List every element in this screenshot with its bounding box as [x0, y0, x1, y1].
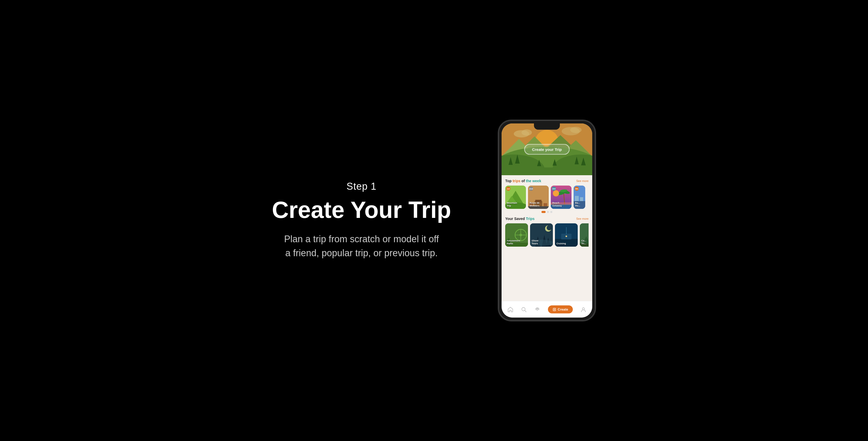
saved-card-label-partial: Ca...Tri...	[581, 239, 586, 245]
svg-rect-41	[580, 197, 583, 201]
card-rank-1: 1st	[506, 186, 510, 191]
scroll-content[interactable]: Top trips of the week See more	[502, 175, 592, 301]
saved-card-partial[interactable]: Ca...Tri...	[580, 223, 589, 247]
svg-rect-13	[502, 167, 592, 175]
dot-3	[550, 211, 552, 213]
card-rank-4: 4th	[575, 186, 579, 191]
saved-card-label-amusement: AmusementParks	[507, 239, 520, 245]
nav-search-icon[interactable]	[521, 307, 527, 312]
dot-1	[541, 211, 546, 213]
top-trips-cards-row[interactable]: 1st MountainTrip	[505, 185, 589, 209]
card-rank-3: 3rd	[552, 186, 556, 191]
saved-card-label-cruising: Cruising	[556, 242, 566, 245]
nav-home-icon[interactable]	[507, 307, 513, 312]
svg-point-61	[565, 236, 567, 237]
saved-card-amusement[interactable]: AmusementParks	[505, 223, 528, 247]
top-trips-see-more[interactable]: See more	[576, 179, 589, 182]
create-trip-button[interactable]: Create your Trip	[524, 144, 569, 155]
svg-point-71	[582, 308, 584, 310]
svg-point-67	[536, 309, 538, 310]
svg-point-3	[522, 129, 532, 136]
svg-point-36	[553, 190, 559, 197]
dot-2	[547, 211, 549, 213]
saved-trips-cards-row[interactable]: AmusementParks	[505, 223, 589, 247]
nav-radio-icon[interactable]	[534, 307, 540, 312]
saved-trips-header: Your Saved Trips See more	[505, 216, 589, 221]
trip-card-beach[interactable]: 3rd BeachGetaway	[551, 185, 571, 209]
left-text-section: Step 1 Create Your Trip Plan a trip from…	[272, 181, 451, 260]
nav-profile-icon[interactable]	[581, 307, 586, 312]
card-label-partial: Ba...Ho...	[575, 202, 580, 207]
trip-card-route66[interactable]: 2nd Route 66Wonders	[528, 185, 549, 209]
saved-card-cruising[interactable]: Cruising	[555, 223, 578, 247]
step-label: Step 1	[272, 181, 451, 192]
trip-card-partial[interactable]: 4th Ba...Ho...	[574, 185, 585, 209]
saved-trips-title: Your Saved Trips	[505, 216, 534, 221]
svg-point-55	[547, 225, 552, 230]
svg-rect-60	[566, 227, 566, 235]
card-rank-2: 2nd	[529, 186, 533, 191]
card-label-beach: BeachGetaway	[552, 202, 562, 207]
svg-point-5	[570, 127, 582, 133]
scene: Step 1 Create Your Trip Plan a trip from…	[0, 0, 868, 441]
card-label-route66: Route 66Wonders	[530, 202, 539, 207]
description: Plan a trip from scratch or model it off…	[284, 232, 439, 260]
main-title: Create Your Trip	[272, 197, 451, 223]
top-trips-title: Top trips of the week	[505, 179, 541, 183]
svg-rect-40	[575, 196, 579, 201]
saved-card-label-ghost: GhostTours	[532, 239, 538, 245]
saved-card-ghost[interactable]: GhostTours	[530, 223, 553, 247]
bottom-nav: Create	[502, 301, 592, 317]
create-button[interactable]: Create	[548, 305, 573, 313]
card-label-mountain: MountainTrip	[507, 202, 517, 207]
phone-notch	[534, 124, 560, 130]
carousel-dots	[505, 211, 589, 213]
phone-screen: Create your Trip Top trips of the week S…	[502, 124, 592, 317]
phone-mockup: Create your Trip Top trips of the week S…	[498, 120, 596, 321]
svg-line-66	[525, 310, 526, 312]
trip-card-mountain[interactable]: 1st MountainTrip	[505, 185, 526, 209]
phone-outer: Create your Trip Top trips of the week S…	[498, 120, 596, 321]
hero-banner: Create your Trip	[502, 124, 592, 175]
saved-trips-see-more[interactable]: See more	[576, 217, 589, 220]
top-trips-header: Top trips of the week See more	[505, 179, 589, 183]
create-button-label: Create	[558, 307, 568, 311]
